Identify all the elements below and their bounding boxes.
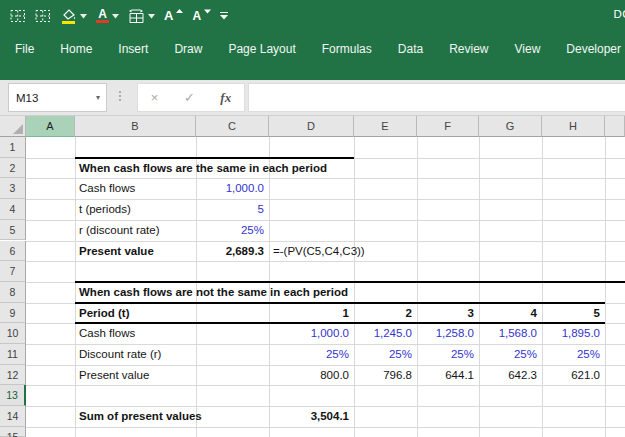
tab-data[interactable]: Data [398, 42, 423, 56]
tab-draw[interactable]: Draw [174, 42, 202, 56]
tab-insert[interactable]: Insert [118, 42, 148, 56]
cell-C3[interactable]: 1,000.0 [196, 178, 269, 199]
row-header-7[interactable]: 7 [0, 261, 26, 282]
cell-B9[interactable]: Period (t) [79, 303, 129, 324]
cell-B11[interactable]: Discount rate (r) [79, 344, 161, 365]
row-header-9[interactable]: 9 [0, 303, 26, 324]
enter-button[interactable]: ✓ [184, 83, 195, 112]
cell-C4[interactable]: 5 [196, 199, 269, 220]
cell-D14[interactable]: 3,504.1 [269, 406, 354, 427]
row-header-8[interactable]: 8 [0, 282, 26, 303]
column-header-C[interactable]: C [196, 116, 269, 137]
select-all-button[interactable] [0, 116, 26, 137]
cell-F9[interactable]: 3 [417, 303, 479, 324]
borders-dotted-alt-icon[interactable] [35, 9, 51, 23]
gridline [26, 427, 625, 428]
cell-B3[interactable]: Cash flows [79, 178, 135, 199]
customize-qat-icon[interactable] [220, 12, 228, 21]
gridline [26, 385, 625, 386]
ribbon-tabs: FileHomeInsertDrawPage LayoutFormulasDat… [15, 36, 625, 62]
row-header-1[interactable]: 1 [0, 137, 26, 158]
cell-G10[interactable]: 1,568.0 [479, 323, 542, 344]
excel-window: AAA DC FileHomeInsertDrawPage LayoutForm… [0, 0, 625, 437]
cell-D11[interactable]: 25% [269, 344, 354, 365]
gridline [417, 137, 418, 437]
column-header-E[interactable]: E [354, 116, 417, 137]
gridline [479, 137, 480, 437]
select-all-triangle-icon [13, 124, 23, 134]
cell-F12[interactable]: 644.1 [417, 365, 479, 386]
cell-G12[interactable]: 642.3 [479, 365, 542, 386]
column-header-F[interactable]: F [417, 116, 479, 137]
tab-page-layout[interactable]: Page Layout [228, 42, 295, 56]
cell-D10[interactable]: 1,000.0 [269, 323, 354, 344]
borders-dotted-icon[interactable] [10, 9, 26, 23]
cell-H10[interactable]: 1,895.0 [542, 323, 605, 344]
row-header-13[interactable]: 13 [0, 385, 26, 406]
name-box-resize-handle[interactable] [119, 91, 121, 101]
cell-E12[interactable]: 796.8 [354, 365, 417, 386]
cell-B12[interactable]: Present value [79, 365, 149, 386]
row-header-12[interactable]: 12 [0, 365, 26, 386]
cell-B14[interactable]: Sum of present values [79, 406, 202, 427]
sheet-grid[interactable]: ABCDEFGH123456789101112131415When cash f… [0, 116, 625, 437]
cell-D6[interactable]: =-(PV(C5,C4,C3)) [273, 241, 365, 262]
formula-input[interactable] [248, 83, 625, 112]
gridline [75, 137, 76, 437]
cell-F10[interactable]: 1,258.0 [417, 323, 479, 344]
row-header-3[interactable]: 3 [0, 178, 26, 199]
row-header-6[interactable]: 6 [0, 241, 26, 262]
cell-E10[interactable]: 1,245.0 [354, 323, 417, 344]
cell-B4[interactable]: t (periods) [79, 199, 131, 220]
cell-H12[interactable]: 621.0 [542, 365, 605, 386]
tab-home[interactable]: Home [60, 42, 92, 56]
shrink-font-icon[interactable]: A [192, 11, 211, 21]
name-box[interactable]: M13 ▾ [8, 83, 107, 112]
column-header-H[interactable]: H [542, 116, 605, 137]
chevron-down-icon[interactable]: ▾ [96, 93, 106, 102]
cell-H11[interactable]: 25% [542, 344, 605, 365]
cell-H9[interactable]: 5 [542, 303, 605, 324]
cell-F11[interactable]: 25% [417, 344, 479, 365]
gridline [542, 137, 543, 437]
fill-color-icon[interactable] [60, 8, 87, 24]
borders-grid-icon[interactable] [128, 9, 155, 24]
row-header-10[interactable]: 10 [0, 323, 26, 344]
cell-B6[interactable]: Present value [79, 241, 154, 262]
cell-E11[interactable]: 25% [354, 344, 417, 365]
cell-C6[interactable]: 2,689.3 [196, 241, 269, 262]
account-badge[interactable]: DC [613, 8, 625, 20]
cell-D12[interactable]: 800.0 [269, 365, 354, 386]
font-color-icon[interactable]: A [96, 9, 119, 23]
cell-G9[interactable]: 4 [479, 303, 542, 324]
column-header-G[interactable]: G [479, 116, 542, 137]
column-header-D[interactable]: D [269, 116, 354, 137]
cell-C5[interactable]: 25% [196, 220, 269, 241]
insert-function-button[interactable]: fx [220, 83, 231, 112]
cell-B2[interactable]: When cash flows are the same in each per… [79, 158, 327, 179]
cancel-button[interactable]: × [151, 83, 159, 112]
tab-view[interactable]: View [515, 42, 541, 56]
cell-B10[interactable]: Cash flows [79, 323, 135, 344]
tab-developer[interactable]: Developer [566, 42, 621, 56]
row-header-4[interactable]: 4 [0, 199, 26, 220]
tab-file[interactable]: File [15, 42, 34, 56]
column-header-filler[interactable] [605, 116, 625, 137]
gridline [354, 137, 355, 437]
column-header-B[interactable]: B [75, 116, 196, 137]
row-header-11[interactable]: 11 [0, 344, 26, 365]
row-header-2[interactable]: 2 [0, 158, 26, 179]
cell-G11[interactable]: 25% [479, 344, 542, 365]
gridline [605, 137, 606, 437]
column-header-A[interactable]: A [26, 116, 75, 137]
grow-font-icon[interactable]: A [164, 11, 183, 21]
row-header-14[interactable]: 14 [0, 406, 26, 427]
tab-review[interactable]: Review [449, 42, 488, 56]
cell-B5[interactable]: r (discount rate) [79, 220, 160, 241]
tab-formulas[interactable]: Formulas [322, 42, 372, 56]
cell-D9[interactable]: 1 [269, 303, 354, 324]
row-header-15[interactable]: 15 [0, 427, 26, 437]
cell-B8[interactable]: When cash flows are not the same in each… [79, 282, 348, 303]
row-header-5[interactable]: 5 [0, 220, 26, 241]
cell-E9[interactable]: 2 [354, 303, 417, 324]
